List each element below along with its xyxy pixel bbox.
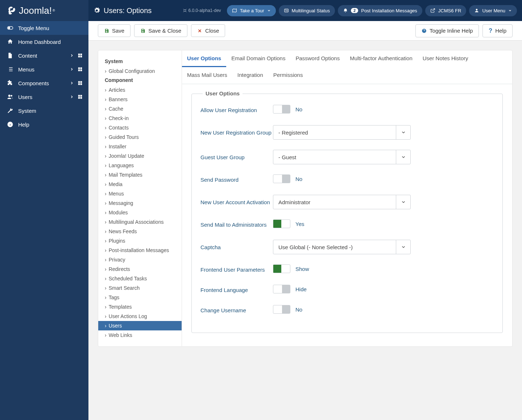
toggle-allow-registration[interactable]: No (273, 105, 302, 114)
tree-item[interactable]: ›User Actions Log (98, 312, 182, 321)
tab[interactable]: Multi-factor Authentication (345, 50, 418, 67)
label-frontend-params[interactable]: Frontend User Parameters (200, 267, 273, 273)
sidebar-item-content[interactable]: Content (0, 49, 88, 62)
save-icon (140, 28, 145, 33)
toggle-send-password[interactable]: No (273, 174, 302, 183)
svg-point-17 (11, 95, 13, 97)
tree-item[interactable]: ›Tags (98, 293, 182, 302)
tab[interactable]: Permissions (268, 67, 308, 84)
chevron-right-icon: › (105, 162, 107, 168)
version-tag[interactable]: 6.0.0-alpha1-dev (183, 8, 221, 13)
chevron-right-icon: › (105, 106, 107, 112)
select-captcha[interactable]: Use Global (- None Selected -) (273, 240, 411, 254)
tree-item[interactable]: ›Smart Search (98, 283, 182, 293)
take-tour-button[interactable]: Take a Tour (227, 5, 276, 16)
tree-item[interactable]: ›Cache (98, 104, 182, 114)
chevron-right-icon: › (105, 323, 107, 329)
multilingual-status-button[interactable]: Multilingual Status (279, 5, 335, 16)
tree-item[interactable]: ›News Feeds (98, 227, 182, 236)
toggle-frontend-lang[interactable]: Hide (273, 285, 307, 293)
question-circle-icon (422, 28, 427, 33)
tree-item[interactable]: ›Mail Templates (98, 170, 182, 180)
tree-item-global-config[interactable]: › Global Configuration (98, 66, 182, 76)
chevron-right-icon (70, 81, 74, 85)
tree-item[interactable]: ›Languages (98, 161, 182, 170)
label-send-password[interactable]: Send Password (200, 177, 273, 183)
toggle-frontend-params[interactable]: Show (273, 264, 309, 273)
sidebar-item-users[interactable]: Users (0, 90, 88, 104)
chevron-right-icon: › (105, 285, 107, 291)
sidebar-item-help[interactable]: Help (0, 118, 88, 131)
tree-item[interactable]: ›Contacts (98, 123, 182, 132)
toggle-send-admin[interactable]: Yes (273, 219, 304, 228)
label-activation[interactable]: New User Account Activation (200, 199, 273, 205)
select-activation[interactable]: Administrator (273, 195, 411, 209)
tree-item[interactable]: ›Media (98, 180, 182, 189)
tab[interactable]: Email Domain Options (226, 50, 290, 67)
label-frontend-lang[interactable]: Frontend Language (200, 287, 273, 293)
tab[interactable]: Mass Mail Users (182, 67, 232, 84)
tree-item[interactable]: ›Multilingual Associations (98, 217, 182, 227)
save-button[interactable]: Save (98, 24, 130, 37)
label-allow-registration[interactable]: Allow User Registration (200, 107, 273, 113)
sidebar-item-home[interactable]: Home Dashboard (0, 35, 88, 49)
select-guest-group[interactable]: - Guest (273, 150, 411, 164)
sidebar-item-system[interactable]: System (0, 104, 88, 118)
tab[interactable]: Integration (232, 67, 268, 84)
toggle-menu-button[interactable]: Toggle Menu (0, 21, 88, 35)
toggle-change-username[interactable]: No (273, 305, 302, 314)
tree-item[interactable]: ›Scheduled Tasks (98, 274, 182, 283)
grid-icon[interactable] (78, 53, 83, 58)
grid-icon[interactable] (78, 94, 83, 99)
chevron-down-icon (267, 9, 271, 12)
tree-item[interactable]: ›Privacy (98, 255, 182, 264)
tree-item[interactable]: ›Web Links (98, 330, 182, 340)
save-close-button[interactable]: Save & Close (134, 24, 187, 37)
site-link-button[interactable]: JCMS6 FR (425, 5, 467, 16)
toggle-inline-help-button[interactable]: Toggle Inline Help (415, 24, 479, 37)
tab[interactable]: Password Options (290, 50, 345, 67)
tree-item[interactable]: ›Modules (98, 208, 182, 217)
tree-item-label: Templates (109, 304, 132, 310)
fieldset-legend: User Options (203, 90, 243, 96)
sidebar-item-menus[interactable]: Menus (0, 62, 88, 76)
tree-item[interactable]: ›Articles (98, 85, 182, 95)
chevron-right-icon (70, 53, 74, 58)
tree-item[interactable]: ›Banners (98, 95, 182, 104)
label-captcha[interactable]: Captcha (200, 244, 273, 250)
tree-item[interactable]: ›Templates (98, 302, 182, 312)
post-install-button[interactable]: 2 Post Installation Messages (338, 5, 422, 16)
tree-item[interactable]: ›Messaging (98, 198, 182, 208)
tree-item[interactable]: ›Guided Tours (98, 132, 182, 142)
label-change-username[interactable]: Change Username (200, 307, 273, 313)
tree-item[interactable]: ›Plugins (98, 236, 182, 246)
label-guest-group[interactable]: Guest User Group (200, 154, 273, 160)
sidebar-item-components[interactable]: Components (0, 76, 88, 90)
help-button[interactable]: ? Help (482, 24, 513, 37)
tree-item[interactable]: ›Joomla! Update (98, 151, 182, 161)
logo-area[interactable]: Joomla! ® (0, 0, 88, 21)
tab[interactable]: User Notes History (418, 50, 473, 67)
tree-item[interactable]: ›Post-installation Messages (98, 246, 182, 255)
tree-item-label: Media (109, 181, 123, 187)
chevron-right-icon: › (105, 210, 107, 215)
chevron-right-icon (70, 95, 74, 99)
svg-rect-4 (78, 54, 80, 55)
tree-item[interactable]: ›Users (98, 321, 182, 330)
close-button[interactable]: Close (191, 24, 225, 37)
tab[interactable]: User Options (182, 50, 226, 67)
tree-item[interactable]: ›Menus (98, 189, 182, 198)
tree-item[interactable]: ›Redirects (98, 264, 182, 274)
file-icon (6, 52, 14, 59)
grid-icon[interactable] (78, 81, 83, 86)
tree-item[interactable]: ›Check-in (98, 114, 182, 123)
grid-icon[interactable] (78, 67, 83, 72)
user-menu-button[interactable]: User Menu (469, 5, 517, 16)
chevron-down-icon (396, 125, 410, 139)
select-reg-group[interactable]: - Registered (273, 125, 411, 140)
label-reg-group[interactable]: New User Registration Group (200, 129, 273, 136)
tree-item-label: Cache (109, 106, 123, 112)
label-send-admin[interactable]: Send Mail to Administrators (200, 222, 273, 228)
chevron-right-icon: › (105, 313, 107, 319)
tree-item[interactable]: ›Installer (98, 142, 182, 151)
